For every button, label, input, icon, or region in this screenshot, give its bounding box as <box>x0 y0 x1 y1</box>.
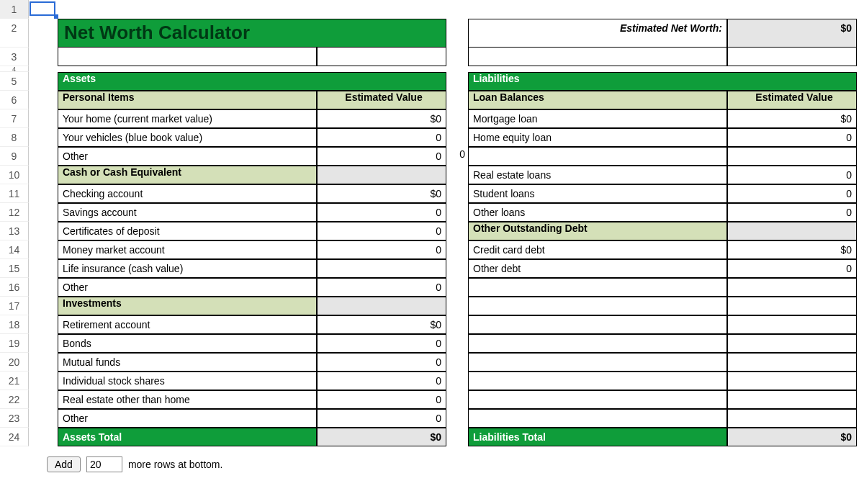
asset-label[interactable]: Other <box>58 278 317 297</box>
asset-value[interactable]: $0 <box>317 315 446 334</box>
asset-label[interactable]: Individual stock shares <box>58 372 317 390</box>
asset-value[interactable] <box>317 259 446 278</box>
liab-empty[interactable] <box>468 315 727 334</box>
assets-subheader: Personal Items <box>58 91 317 109</box>
row-number[interactable]: 3 <box>0 48 29 66</box>
row-number[interactable]: 20 <box>0 353 29 372</box>
asset-label[interactable]: Other <box>58 409 317 428</box>
row-number[interactable]: 7 <box>0 109 29 128</box>
row-number[interactable]: 23 <box>0 409 29 428</box>
row-number[interactable]: 4 <box>0 66 29 72</box>
asset-label[interactable]: Your home (current market value) <box>58 109 317 128</box>
asset-label[interactable]: Real estate other than home <box>58 390 317 409</box>
asset-value[interactable]: 0 <box>317 372 446 390</box>
row-number[interactable]: 24 <box>0 428 29 446</box>
asset-value[interactable]: 0 <box>317 334 446 353</box>
liab-value[interactable]: $0 <box>727 109 857 128</box>
asset-value[interactable]: $0 <box>317 109 446 128</box>
asset-value[interactable]: 0 <box>317 240 446 259</box>
liab-empty[interactable] <box>727 390 857 409</box>
row-number[interactable]: 18 <box>0 315 29 334</box>
row-number[interactable]: 16 <box>0 278 29 297</box>
add-rows-button[interactable]: Add <box>47 456 81 472</box>
liab-empty[interactable] <box>727 297 857 315</box>
liab-value[interactable]: 0 <box>727 259 857 278</box>
liab-label[interactable]: Real estate loans <box>468 166 727 184</box>
liab-label[interactable]: Student loans <box>468 184 727 203</box>
liab-label[interactable]: Credit card debt <box>468 240 727 259</box>
assets-subheader: Investments <box>58 297 317 315</box>
asset-value[interactable]: $0 <box>317 184 446 203</box>
row-number[interactable]: 9 <box>0 147 29 166</box>
fill-handle[interactable] <box>54 14 58 19</box>
liab-empty[interactable] <box>727 315 857 334</box>
row-number[interactable]: 2 <box>0 19 29 48</box>
liab-label[interactable]: Mortgage loan <box>468 109 727 128</box>
net-worth-label: Estimated Net Worth: <box>468 19 727 48</box>
asset-value[interactable]: 0 <box>317 353 446 372</box>
asset-value[interactable]: 0 <box>317 147 446 166</box>
asset-label[interactable]: Bonds <box>58 334 317 353</box>
liab-empty[interactable] <box>727 278 857 297</box>
row-number[interactable]: 1 <box>0 0 29 19</box>
spreadsheet[interactable]: 1 2 Net Worth Calculator Estimated Net W… <box>0 0 864 446</box>
liab-empty[interactable] <box>468 278 727 297</box>
asset-label[interactable]: Retirement account <box>58 315 317 334</box>
asset-label[interactable]: Checking account <box>58 184 317 203</box>
row-number[interactable]: 19 <box>0 334 29 353</box>
liab-empty[interactable] <box>468 353 727 372</box>
liab-empty[interactable] <box>468 409 727 428</box>
add-rows-count[interactable] <box>86 456 122 472</box>
spacer-value: 0 <box>446 147 468 166</box>
asset-label[interactable]: Certificates of deposit <box>58 222 317 240</box>
liab-value[interactable]: 0 <box>727 184 857 203</box>
liab-empty[interactable] <box>468 297 727 315</box>
liab-value[interactable]: $0 <box>727 240 857 259</box>
liab-empty[interactable] <box>727 409 857 428</box>
liab-empty[interactable] <box>727 334 857 353</box>
row-number[interactable]: 6 <box>0 91 29 109</box>
asset-label[interactable]: Money market account <box>58 240 317 259</box>
liab-label[interactable]: Other debt <box>468 259 727 278</box>
liab-total-label: Liabilities Total <box>468 428 727 446</box>
asset-value[interactable]: 0 <box>317 390 446 409</box>
asset-value[interactable]: 0 <box>317 409 446 428</box>
page-title: Net Worth Calculator <box>58 19 446 48</box>
asset-label[interactable]: Life insurance (cash value) <box>58 259 317 278</box>
assets-total-label: Assets Total <box>58 428 317 446</box>
liab-value[interactable]: 0 <box>727 128 857 147</box>
assets-header: Assets <box>58 72 446 91</box>
liab-value[interactable]: 0 <box>727 166 857 184</box>
row-number[interactable]: 21 <box>0 372 29 390</box>
liab-label[interactable] <box>468 147 727 166</box>
asset-value[interactable]: 0 <box>317 203 446 222</box>
row-number[interactable]: 8 <box>0 128 29 147</box>
asset-value[interactable]: 0 <box>317 278 446 297</box>
liab-value-header: Estimated Value <box>727 91 857 109</box>
asset-value[interactable]: 0 <box>317 128 446 147</box>
asset-label[interactable]: Savings account <box>58 203 317 222</box>
liab-label[interactable]: Other loans <box>468 203 727 222</box>
row-number[interactable]: 10 <box>0 166 29 184</box>
row-number[interactable]: 11 <box>0 184 29 203</box>
asset-value[interactable]: 0 <box>317 222 446 240</box>
asset-label[interactable]: Other <box>58 147 317 166</box>
row-number[interactable]: 17 <box>0 297 29 315</box>
asset-label[interactable]: Mutual funds <box>58 353 317 372</box>
liab-empty[interactable] <box>727 353 857 372</box>
asset-label[interactable]: Your vehicles (blue book value) <box>58 128 317 147</box>
row-number[interactable]: 15 <box>0 259 29 278</box>
liab-empty[interactable] <box>468 372 727 390</box>
liab-empty[interactable] <box>727 372 857 390</box>
row-number[interactable]: 5 <box>0 72 29 91</box>
row-number[interactable]: 13 <box>0 222 29 240</box>
row-number[interactable]: 14 <box>0 240 29 259</box>
liab-empty[interactable] <box>468 334 727 353</box>
liab-label[interactable]: Home equity loan <box>468 128 727 147</box>
row-number[interactable]: 12 <box>0 203 29 222</box>
liab-value[interactable]: 0 <box>727 203 857 222</box>
row-number[interactable]: 22 <box>0 390 29 409</box>
liab-empty[interactable] <box>468 390 727 409</box>
liabilities-header: Liabilities <box>468 72 857 91</box>
liab-value[interactable] <box>727 147 857 166</box>
